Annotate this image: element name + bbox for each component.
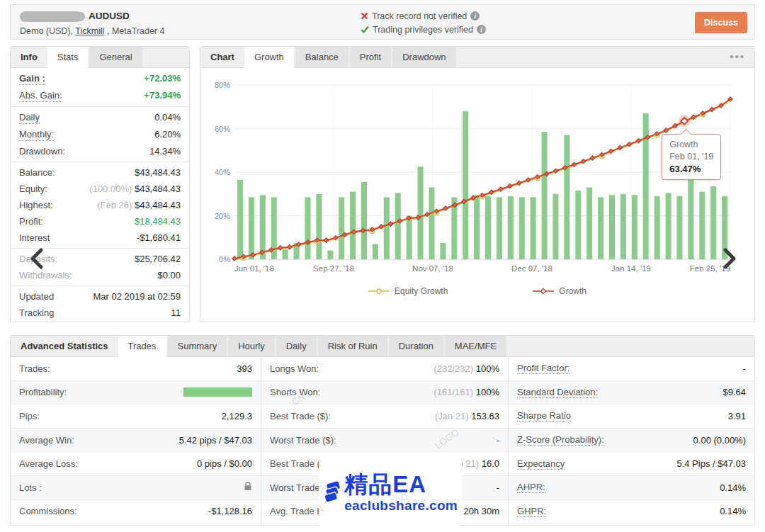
info-row-value: -$1,680.41 — [137, 232, 181, 244]
info-row-label: Equity: — [19, 183, 47, 195]
info-row: Gain :+72.03% — [11, 70, 189, 87]
info-row: Profit:$18,484.43 — [11, 213, 189, 230]
stat-label: Longs Won: — [270, 363, 319, 374]
info-tabs: StatsGeneral — [47, 47, 144, 67]
info-row-value: $25,706.42 — [135, 253, 181, 265]
tooltip-series: Growth — [669, 139, 713, 151]
stat-value: -$1,128.16 — [208, 506, 252, 516]
account-header: AUDUSD Demo (USD), Tickmill , MetaTrader… — [10, 4, 755, 40]
prev-chart-arrow[interactable] — [28, 247, 45, 273]
stat-muted: (161/161) — [434, 387, 475, 397]
stat-value: 0.14% — [720, 506, 746, 516]
table-row: Expectancy5.4 Pips / $47.03 — [509, 452, 754, 476]
svg-text:0%: 0% — [219, 255, 230, 264]
stat-value: 0 pips / $0.00 — [197, 458, 252, 469]
svg-text:80%: 80% — [215, 81, 230, 89]
account-identity: AUDUSD Demo (USD), Tickmill , MetaTrader… — [20, 10, 164, 36]
broker-link[interactable]: Tickmill — [75, 26, 104, 36]
adv-tab-duration[interactable]: Duration — [389, 336, 443, 356]
info-row-label[interactable]: Abs. Gain: — [19, 89, 62, 102]
info-row-value: 14.34% — [149, 145, 181, 157]
stat-label: Pips: — [19, 411, 40, 421]
adv-tab-daily[interactable]: Daily — [276, 336, 317, 356]
symbol-title: AUDUSD — [89, 11, 130, 21]
table-row: GHPR:0.14% — [509, 500, 754, 524]
chart-tab-strip: Chart GrowthBalanceProfitDrawdown ••• — [200, 47, 754, 68]
table-row: Lots : — [11, 476, 261, 500]
table-row: Longs Won:(232/232) 100% — [261, 357, 508, 381]
stat-label[interactable]: AHPR: — [517, 482, 545, 493]
stat-label: Trades: — [19, 363, 50, 374]
info-row-value: +73.94% — [144, 89, 181, 102]
stat-value: (232/232) 100% — [434, 363, 499, 374]
discuss-button[interactable]: Discuss — [695, 12, 747, 33]
tooltip-date: Feb 01, '19 — [669, 151, 713, 163]
account-subtitle: Demo (USD), Tickmill , MetaTrader 4 — [20, 26, 164, 36]
lock-icon-wrap — [244, 482, 252, 493]
diamond-marker-icon — [533, 288, 554, 295]
next-chart-arrow[interactable] — [721, 247, 738, 273]
chart-tab-growth[interactable]: Growth — [244, 47, 294, 68]
info-row: Interest-$1,680.41 — [11, 230, 189, 246]
check-icon — [361, 26, 369, 33]
info-row: Highest:(Feb 26) $43,484.43 — [11, 197, 189, 213]
watermark-overlay: 精品EA eaclubshare.com — [319, 455, 462, 530]
info-row-label: Interest — [19, 232, 50, 244]
circle-marker-icon — [368, 288, 390, 295]
info-row-value: +72.03% — [144, 72, 181, 85]
chart-tab-profit[interactable]: Profit — [350, 47, 391, 67]
chevron-left-icon — [28, 247, 45, 270]
legend-label: Equity Growth — [395, 286, 448, 296]
adv-tab-summary[interactable]: Summary — [168, 336, 227, 356]
stat-label: Average Loss: — [19, 458, 78, 469]
stat-value: 393 — [237, 363, 252, 374]
stat-value: (161/161) 100% — [434, 387, 499, 397]
adv-tab-mae-mfe[interactable]: MAE/MFE — [445, 336, 506, 356]
svg-text:Nov 07, '18: Nov 07, '18 — [412, 264, 453, 273]
chart-menu-icon[interactable]: ••• — [730, 47, 745, 66]
info-row-muted: (Feb 26) — [97, 200, 135, 210]
growth-chart-area[interactable]: 0%20%40%60%80%Jun 01, '18Sep 27, '18Nov … — [200, 68, 754, 322]
adv-tab-risk-of-ruin[interactable]: Risk of Ruin — [318, 336, 387, 356]
stat-label[interactable]: Standard Deviation: — [517, 387, 598, 398]
info-group: Daily0.04%Monthly:6.20%Drawdown:14.34% — [11, 107, 189, 162]
svg-text:Sep 27, '18: Sep 27, '18 — [313, 264, 354, 273]
advanced-panel-label: Advanced Statistics — [11, 336, 118, 356]
legend-item-equity-growth[interactable]: Equity Growth — [368, 286, 448, 296]
info-row-label: Drawdown: — [19, 145, 65, 157]
stat-value: $9.64 — [722, 387, 746, 397]
info-row-value: (100.00%) $43,484.43 — [89, 183, 181, 195]
adv-tab-trades[interactable]: Trades — [118, 336, 166, 357]
info-tab-stats[interactable]: Stats — [47, 47, 89, 68]
adv-tab-hourly[interactable]: Hourly — [228, 336, 275, 356]
stat-label[interactable]: GHPR: — [517, 506, 546, 517]
stat-label[interactable]: Sharpe Ratio — [517, 410, 571, 421]
watermark-logo-icon — [323, 472, 341, 514]
info-row-value: $43,484.43 — [135, 166, 181, 179]
stat-label[interactable]: Profit Factor: — [517, 363, 570, 374]
chart-tab-drawdown[interactable]: Drawdown — [392, 47, 455, 67]
info-row-label[interactable]: Daily — [19, 111, 40, 124]
chart-panel-label: Chart — [200, 47, 244, 67]
table-row: Pips:2,129.3 — [11, 404, 261, 429]
info-row-label: Tracking — [19, 307, 54, 319]
info-group: Balance:$43,484.43Equity:(100.00%) $43,4… — [11, 162, 189, 249]
table-row: Profitability: — [11, 381, 261, 405]
stat-label[interactable]: Z-Score (Probability): — [517, 434, 604, 446]
info-row-label: Balance: — [19, 166, 55, 179]
chart-tab-balance[interactable]: Balance — [295, 47, 348, 67]
stat-label[interactable]: Expectancy — [517, 458, 565, 470]
info-icon[interactable]: i — [470, 11, 480, 21]
legend-item-growth[interactable]: Growth — [533, 286, 586, 296]
info-tab-general[interactable]: General — [89, 47, 142, 67]
info-row-value: $18,484.43 — [135, 215, 181, 227]
info-icon[interactable]: i — [477, 25, 486, 34]
info-row-label[interactable]: Monthly: — [19, 128, 54, 141]
track-record-text: Track record not verified — [372, 11, 467, 21]
info-row-label[interactable]: Gain : — [19, 72, 45, 85]
account-page: AUDUSD Demo (USD), Tickmill , MetaTrader… — [0, 0, 765, 532]
stat-label: Worst Trade ($): — [270, 435, 336, 446]
platform-label: , MetaTrader 4 — [104, 26, 164, 36]
chart-tabs: GrowthBalanceProfitDrawdown — [244, 47, 458, 67]
advanced-tab-strip: Advanced Statistics TradesSummaryHourlyD… — [11, 336, 754, 357]
